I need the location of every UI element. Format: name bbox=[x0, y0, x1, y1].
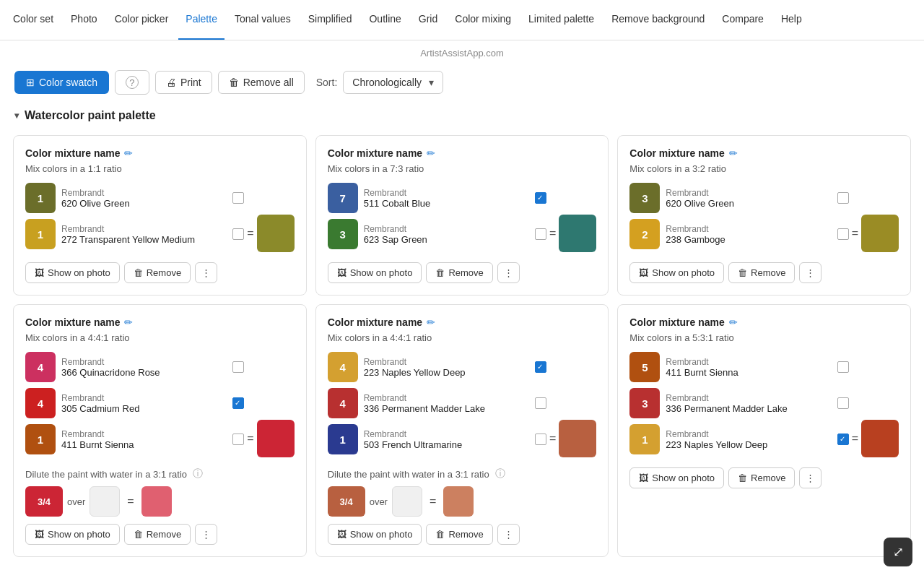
color-row: 4 Rembrandt 336 Permanent Madder Lake bbox=[328, 388, 546, 418]
color-swatch-button[interactable]: ⊞ Color swatch bbox=[14, 71, 109, 94]
sort-label: Sort: bbox=[316, 77, 338, 88]
nav-item-color-set[interactable]: Color set bbox=[6, 0, 61, 40]
color-checkbox[interactable] bbox=[535, 434, 546, 445]
color-badge: 4 bbox=[25, 388, 56, 418]
nav-item-tonal-values[interactable]: Tonal values bbox=[227, 0, 298, 40]
nav-item-palette[interactable]: Palette bbox=[178, 0, 225, 40]
nav-item-limited-palette[interactable]: Limited palette bbox=[521, 0, 601, 40]
color-checkbox[interactable] bbox=[837, 192, 849, 204]
more-button[interactable]: ⋮ bbox=[195, 524, 217, 545]
color-badge: 4 bbox=[328, 388, 358, 418]
show-on-photo-button[interactable]: 🖼 Show on photo bbox=[328, 262, 422, 283]
card-title: Color mixture name bbox=[25, 316, 120, 328]
remove-label: Remove bbox=[751, 267, 785, 278]
more-button[interactable]: ⋮ bbox=[497, 524, 520, 545]
color-badge: 7 bbox=[328, 183, 358, 213]
remove-button[interactable]: 🗑 Remove bbox=[426, 262, 492, 283]
color-brand: Rembrandt bbox=[364, 188, 529, 198]
edit-icon[interactable]: ✏ bbox=[427, 147, 435, 159]
color-info: Rembrandt 223 Naples Yellow Deep bbox=[364, 357, 529, 378]
color-info: Rembrandt 620 Olive Green bbox=[666, 188, 831, 209]
nav-item-help[interactable]: Help bbox=[774, 0, 809, 40]
card-3: Color mixture name ✏ Mix colors in a 3:2… bbox=[617, 135, 911, 296]
show-on-photo-label: Show on photo bbox=[350, 529, 413, 540]
more-button[interactable]: ⋮ bbox=[195, 262, 217, 283]
edit-icon[interactable]: ✏ bbox=[729, 316, 738, 328]
show-on-photo-button[interactable]: 🖼 Show on photo bbox=[328, 524, 422, 545]
show-on-photo-label: Show on photo bbox=[652, 473, 715, 483]
color-checkbox[interactable] bbox=[837, 361, 849, 373]
color-checkbox[interactable] bbox=[535, 192, 546, 204]
edit-icon[interactable]: ✏ bbox=[427, 316, 435, 328]
color-name: 272 Transparent Yellow Medium bbox=[61, 234, 227, 245]
color-checkbox[interactable] bbox=[232, 192, 244, 204]
info-icon[interactable]: ⓘ bbox=[193, 467, 203, 480]
print-icon: 🖨 bbox=[166, 77, 176, 88]
ratio-text: Mix colors in a 7:3 ratio bbox=[328, 163, 597, 174]
card-title: Color mixture name bbox=[328, 316, 422, 328]
color-checkbox[interactable] bbox=[535, 228, 546, 240]
more-button[interactable]: ⋮ bbox=[799, 262, 821, 283]
remove-button[interactable]: 🗑 Remove bbox=[124, 524, 191, 545]
more-icon: ⋮ bbox=[504, 529, 513, 540]
result-swatch bbox=[559, 420, 596, 457]
equals-sign: = bbox=[247, 227, 253, 240]
nav-item-color-mixing[interactable]: Color mixing bbox=[448, 0, 518, 40]
remove-label: Remove bbox=[448, 267, 483, 278]
color-name: 336 Permanent Madder Lake bbox=[666, 403, 831, 414]
section-header[interactable]: ▾ Watercolor paint palette bbox=[0, 103, 924, 131]
color-name: 511 Cobalt Blue bbox=[364, 198, 529, 209]
color-checkbox[interactable] bbox=[535, 361, 546, 373]
nav-item-color-picker[interactable]: Color picker bbox=[108, 0, 176, 40]
color-name: 411 Burnt Sienna bbox=[61, 439, 227, 450]
show-on-photo-button[interactable]: 🖼 Show on photo bbox=[25, 262, 120, 283]
remove-all-button[interactable]: 🗑 Remove all bbox=[218, 71, 305, 94]
ratio-text: Mix colors in a 4:4:1 ratio bbox=[25, 332, 295, 343]
color-name: 366 Quinacridone Rose bbox=[61, 367, 227, 378]
nav-item-outline[interactable]: Outline bbox=[362, 0, 408, 40]
result-swatch bbox=[257, 215, 295, 252]
show-on-photo-button[interactable]: 🖼 Show on photo bbox=[25, 524, 120, 545]
color-row: 4 Rembrandt 366 Quinacridone Rose bbox=[25, 352, 244, 382]
card-actions: 🖼 Show on photo 🗑 Remove ⋮ bbox=[25, 524, 295, 545]
color-brand: Rembrandt bbox=[61, 429, 227, 439]
color-badge: 1 bbox=[25, 219, 56, 249]
color-checkbox[interactable] bbox=[837, 434, 849, 445]
edit-icon[interactable]: ✏ bbox=[729, 147, 738, 159]
equals-sign: = bbox=[549, 432, 556, 445]
help-button[interactable]: ? bbox=[115, 70, 149, 95]
fullscreen-button[interactable]: ⤢ bbox=[884, 538, 912, 561]
photo-icon: 🖼 bbox=[35, 529, 44, 540]
more-button[interactable]: ⋮ bbox=[799, 467, 821, 488]
result-swatch bbox=[861, 420, 899, 457]
color-row: 7 Rembrandt 511 Cobalt Blue bbox=[328, 183, 546, 213]
nav-item-simplified[interactable]: Simplified bbox=[301, 0, 359, 40]
color-checkbox[interactable] bbox=[232, 361, 244, 373]
info-icon[interactable]: ⓘ bbox=[495, 467, 505, 480]
color-checkbox[interactable] bbox=[837, 397, 849, 409]
nav-item-compare[interactable]: Compare bbox=[715, 0, 771, 40]
color-checkbox[interactable] bbox=[232, 434, 244, 445]
remove-button[interactable]: 🗑 Remove bbox=[124, 262, 191, 283]
print-button[interactable]: 🖨 Print bbox=[155, 71, 212, 94]
show-on-photo-button[interactable]: 🖼 Show on photo bbox=[629, 467, 724, 488]
photo-icon: 🖼 bbox=[337, 267, 346, 278]
card-title-row: Color mixture name ✏ bbox=[629, 316, 899, 328]
color-checkbox[interactable] bbox=[232, 228, 244, 240]
remove-button[interactable]: 🗑 Remove bbox=[728, 467, 795, 488]
nav-item-remove-background[interactable]: Remove background bbox=[604, 0, 712, 40]
color-name: 620 Olive Green bbox=[61, 198, 227, 209]
show-on-photo-button[interactable]: 🖼 Show on photo bbox=[629, 262, 724, 283]
nav-item-photo[interactable]: Photo bbox=[64, 0, 105, 40]
nav-item-grid[interactable]: Grid bbox=[411, 0, 445, 40]
more-button[interactable]: ⋮ bbox=[497, 262, 520, 283]
remove-button[interactable]: 🗑 Remove bbox=[728, 262, 795, 283]
edit-icon[interactable]: ✏ bbox=[124, 147, 133, 159]
edit-icon[interactable]: ✏ bbox=[124, 316, 133, 328]
color-checkbox[interactable] bbox=[837, 228, 849, 240]
remove-button[interactable]: 🗑 Remove bbox=[426, 524, 492, 545]
color-checkbox[interactable] bbox=[535, 397, 546, 409]
color-checkbox[interactable] bbox=[232, 397, 244, 409]
sort-dropdown[interactable]: Chronologically ▾ bbox=[343, 71, 443, 94]
color-row: 1 Rembrandt 411 Burnt Sienna bbox=[25, 424, 244, 454]
